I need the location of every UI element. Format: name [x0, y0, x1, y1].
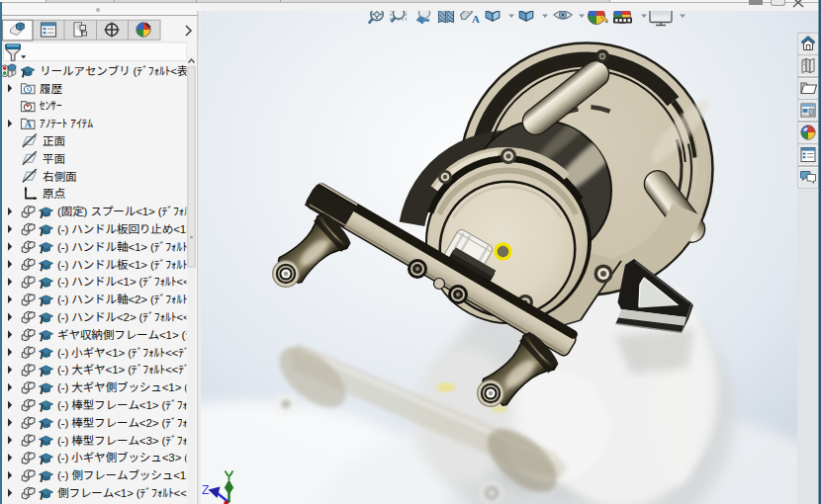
svg-text:(-) ハンドル軸<2> (ﾃﾞﾌｫﾙﾄ<<ﾃﾞ: (-) ハンドル軸<2> (ﾃﾞﾌｫﾙﾄ<<ﾃﾞ: [57, 293, 201, 305]
svg-text:平面: 平面: [43, 152, 65, 165]
svg-text:正面: 正面: [43, 134, 65, 147]
svg-text:(-) 棒型フレーム<3> (ﾃﾞﾌｫﾙﾄ<<: (-) 棒型フレーム<3> (ﾃﾞﾌｫﾙﾄ<<: [57, 434, 201, 447]
svg-text:(-) 大ギヤ<1> (ﾃﾞﾌｫﾙﾄ<<ﾃﾞ ﾌｫﾙ: (-) 大ギヤ<1> (ﾃﾞﾌｫﾙﾄ<<ﾃﾞ ﾌｫﾙ: [57, 363, 201, 376]
svg-text:(-) 小ギヤ側ブッシュ<3> (ﾃﾞ ﾌｫﾙﾄ: (-) 小ギヤ側ブッシュ<3> (ﾃﾞ ﾌｫﾙﾄ: [57, 451, 201, 463]
svg-text:側フレーム<1> (ﾃﾞﾌｫﾙﾄ<<ﾃﾞ ﾌｫﾙ: 側フレーム<1> (ﾃﾞﾌｫﾙﾄ<<ﾃﾞ ﾌｫﾙ: [57, 486, 201, 499]
svg-text:右側面: 右側面: [43, 170, 76, 183]
svg-text:(-) ハンドル<2> (ﾃﾞﾌｫﾙﾄ<<ﾃﾞ ﾌｫ: (-) ハンドル<2> (ﾃﾞﾌｫﾙﾄ<<ﾃﾞ ﾌｫ: [57, 310, 201, 323]
svg-text:(-) ハンドル<1> (ﾃﾞﾌｫﾙﾄ<<ﾃﾞ ﾌｫ: (-) ハンドル<1> (ﾃﾞﾌｫﾙﾄ<<ﾃﾞ ﾌｫ: [57, 275, 201, 288]
svg-text:(-) 棒型フレーム<1> (ﾃﾞﾌｫﾙﾄ<<: (-) 棒型フレーム<1> (ﾃﾞﾌｫﾙﾄ<<: [57, 398, 201, 411]
svg-text:(-) 側フレームブッシュ<1> (ﾃﾞ ﾌｫﾙ: (-) 側フレームブッシュ<1> (ﾃﾞ ﾌｫﾙ: [57, 468, 201, 481]
svg-text:A: A: [25, 120, 33, 130]
svg-text:(-) ハンドル板<1> (ﾃﾞﾌｫﾙﾄ<<ﾃﾞ: (-) ハンドル板<1> (ﾃﾞﾌｫﾙﾄ<<ﾃﾞ: [57, 258, 201, 271]
svg-text:(-) 棒型フレーム<2> (ﾃﾞﾌｫﾙﾄ<<: (-) 棒型フレーム<2> (ﾃﾞﾌｫﾙﾄ<<: [57, 416, 201, 429]
svg-text:(-) 大ギヤ側ブッシュ<1> (ﾃﾞ ﾌｫﾙﾄ: (-) 大ギヤ側ブッシュ<1> (ﾃﾞ ﾌｫﾙﾄ: [57, 380, 201, 393]
svg-text:(-) 小ギヤ<1> (ﾃﾞﾌｫﾙﾄ<<ﾃﾞ ﾌｫﾙ: (-) 小ギヤ<1> (ﾃﾞﾌｫﾙﾄ<<ﾃﾞ ﾌｫﾙ: [57, 346, 201, 359]
svg-text:履歴: 履歴: [40, 82, 62, 95]
svg-text:(固定) スプール<1> (ﾃﾞﾌｫﾙﾄ<<ﾃﾞ: (固定) スプール<1> (ﾃﾞﾌｫﾙﾄ<<ﾃﾞ: [57, 205, 201, 217]
svg-text:A: A: [472, 13, 480, 25]
svg-text:原点: 原点: [43, 187, 65, 200]
svg-text:ｱﾉﾃｰﾄ ｱｲﾃﾑ: ｱﾉﾃｰﾄ ｱｲﾃﾑ: [40, 117, 93, 129]
svg-text:ギヤ収納側フレーム<1> (ﾃﾞ ﾌｫﾙﾄ: ギヤ収納側フレーム<1> (ﾃﾞ ﾌｫﾙﾄ: [57, 328, 201, 341]
svg-text:(-) ハンドル板回り止め<1> (ﾃﾞ ﾌｫ: (-) ハンドル板回り止め<1> (ﾃﾞ ﾌｫ: [57, 222, 201, 235]
svg-text:ｾﾝｻｰ: ｾﾝｻｰ: [40, 99, 62, 112]
svg-text:リールアセンブリ (ﾃﾞﾌｫﾙﾄ<表示状態-1: リールアセンブリ (ﾃﾞﾌｫﾙﾄ<表示状態-1: [40, 64, 201, 77]
svg-text:(-) ハンドル軸<1> (ﾃﾞﾌｫﾙﾄ<<ﾃﾞ: (-) ハンドル軸<1> (ﾃﾞﾌｫﾙﾄ<<ﾃﾞ: [57, 240, 201, 253]
svg-text:Z: Z: [202, 483, 210, 497]
